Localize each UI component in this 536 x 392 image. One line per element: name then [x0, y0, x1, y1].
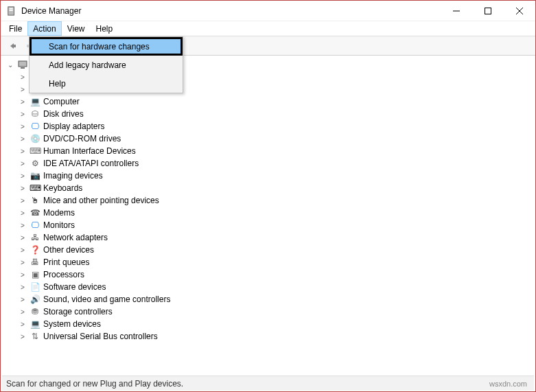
device-category-icon: ❓ — [30, 244, 40, 255]
expander-icon[interactable]: > — [19, 271, 27, 279]
expander-icon[interactable]: > — [19, 246, 27, 254]
device-category-icon: ⇅ — [30, 331, 40, 342]
tree-node[interactable]: >🖱Mice and other pointing devices — [19, 194, 534, 207]
expander-icon[interactable]: > — [19, 284, 27, 291]
menu-item-help[interactable]: Help — [30, 74, 183, 93]
expander-icon[interactable]: > — [19, 148, 27, 155]
expander-icon[interactable]: > — [19, 123, 27, 130]
computer-icon — [17, 59, 28, 70]
tree-node-label: System devices — [43, 319, 101, 329]
menubar: File Action View Help — [1, 21, 535, 36]
device-category-icon: ⛁ — [30, 108, 40, 119]
expander-icon[interactable]: > — [19, 197, 27, 205]
tree-node-label: Software devices — [43, 282, 106, 292]
back-button[interactable] — [5, 38, 20, 54]
window-title: Device Manager — [21, 6, 441, 16]
tree-node-label: Display adapters — [43, 122, 104, 131]
device-category-icon: 🖵 — [30, 220, 40, 231]
tree-node[interactable]: >🔊Sound, video and game controllers — [19, 293, 534, 305]
expander-icon[interactable]: > — [19, 86, 27, 93]
tree-node-label: Modems — [43, 208, 75, 218]
expander-icon[interactable]: > — [19, 172, 27, 180]
action-dropdown: Scan for hardware changes Add legacy har… — [29, 36, 183, 93]
expander-icon[interactable]: > — [19, 73, 27, 81]
window-controls — [441, 1, 535, 21]
device-category-icon: ⚙ — [30, 158, 40, 169]
expander-icon[interactable]: > — [19, 135, 27, 143]
expander-icon[interactable]: > — [19, 296, 27, 303]
tree-node[interactable]: >❓Other devices — [19, 244, 534, 256]
tree-node[interactable]: >⚙IDE ATA/ATAPI controllers — [19, 157, 534, 170]
device-category-icon: ⌨ — [30, 146, 40, 157]
titlebar: Device Manager — [1, 1, 535, 21]
tree-node-label: Universal Serial Bus controllers — [43, 332, 158, 341]
menu-view[interactable]: View — [62, 21, 91, 36]
tree-node[interactable]: >💻Computer — [19, 95, 534, 108]
menu-file[interactable]: File — [3, 21, 27, 36]
tree-node[interactable]: >☎Modems — [19, 207, 534, 219]
expander-icon[interactable]: ⌄ — [6, 61, 14, 69]
tree-node-label: Human Interface Devices — [43, 146, 136, 156]
expander-icon[interactable]: > — [19, 259, 27, 266]
expander-icon[interactable]: > — [19, 185, 27, 192]
device-category-icon: 📷 — [30, 170, 40, 181]
tree-node-label: Computer — [43, 97, 80, 106]
status-source: wsxdn.com — [489, 380, 534, 388]
tree-node-label: Storage controllers — [43, 307, 113, 316]
menu-item-scan-hardware[interactable]: Scan for hardware changes — [30, 37, 183, 56]
tree-node-label: Sound, video and game controllers — [43, 295, 170, 304]
device-category-icon: ⛃ — [30, 306, 40, 317]
expander-icon[interactable]: > — [19, 321, 27, 328]
tree-node[interactable]: >🖵Monitors — [19, 219, 534, 231]
tree-node-label: IDE ATA/ATAPI controllers — [43, 159, 139, 168]
svg-rect-8 — [21, 67, 25, 69]
device-tree-pane[interactable]: ⌄ >🔋Batteries>ᚼBluetooth>💻Computer>⛁Disk… — [2, 57, 534, 371]
tree-node[interactable]: >⇅Universal Serial Bus controllers — [19, 330, 534, 343]
tree-node[interactable]: >💿DVD/CD-ROM drives — [19, 132, 534, 145]
expander-icon[interactable]: > — [19, 98, 27, 106]
tree-node-label: Imaging devices — [43, 171, 103, 181]
tree-node[interactable]: >💻System devices — [19, 318, 534, 330]
maximize-button[interactable] — [472, 1, 504, 21]
device-category-icon: 🖱 — [30, 195, 40, 206]
expander-icon[interactable]: > — [19, 209, 27, 217]
svg-rect-2 — [10, 10, 13, 11]
device-category-icon: 💻 — [30, 319, 40, 330]
expander-icon[interactable]: > — [19, 160, 27, 168]
expander-icon[interactable]: > — [19, 222, 27, 229]
tree-node-label: Keyboards — [43, 183, 82, 193]
expander-icon[interactable]: > — [19, 333, 27, 341]
expander-icon[interactable]: > — [19, 234, 27, 242]
tree-node-label: Processors — [43, 270, 84, 279]
device-category-icon: 📄 — [30, 281, 40, 292]
device-category-icon: 🖧 — [30, 232, 40, 243]
tree-node[interactable]: >🖵Display adapters — [19, 120, 534, 132]
close-button[interactable] — [504, 1, 535, 21]
menu-item-add-legacy-hardware[interactable]: Add legacy hardware — [30, 56, 183, 74]
menu-action[interactable]: Action — [27, 21, 61, 36]
tree-node-label: Monitors — [43, 220, 75, 230]
tree-node[interactable]: >📄Software devices — [19, 281, 534, 293]
tree-node[interactable]: >🖧Network adapters — [19, 231, 534, 244]
tree-node-label: Network adapters — [43, 233, 108, 242]
status-text: Scan for changed or new Plug and Play de… — [2, 379, 489, 389]
device-category-icon: 🖵 — [30, 121, 40, 132]
app-icon — [6, 5, 17, 16]
tree-node-label: Disk drives — [43, 109, 84, 119]
device-category-icon: 🔊 — [30, 294, 40, 305]
expander-icon[interactable]: > — [19, 308, 27, 316]
minimize-button[interactable] — [441, 1, 472, 21]
device-category-icon: ▣ — [30, 269, 40, 280]
expander-icon[interactable]: > — [19, 111, 27, 118]
tree-node[interactable]: >📷Imaging devices — [19, 170, 534, 182]
tree-node[interactable]: >🖶Print queues — [19, 256, 534, 268]
tree-node[interactable]: >▣Processors — [19, 268, 534, 281]
menu-help[interactable]: Help — [91, 21, 119, 36]
tree-node[interactable]: >⛁Disk drives — [19, 108, 534, 120]
tree-node[interactable]: >⌨Keyboards — [19, 182, 534, 194]
tree-node[interactable]: >⛃Storage controllers — [19, 305, 534, 318]
device-category-icon: 🖶 — [30, 257, 40, 268]
device-category-icon: ☎ — [30, 207, 40, 218]
tree-node[interactable]: >⌨Human Interface Devices — [19, 145, 534, 157]
statusbar: Scan for changed or new Plug and Play de… — [2, 376, 534, 391]
